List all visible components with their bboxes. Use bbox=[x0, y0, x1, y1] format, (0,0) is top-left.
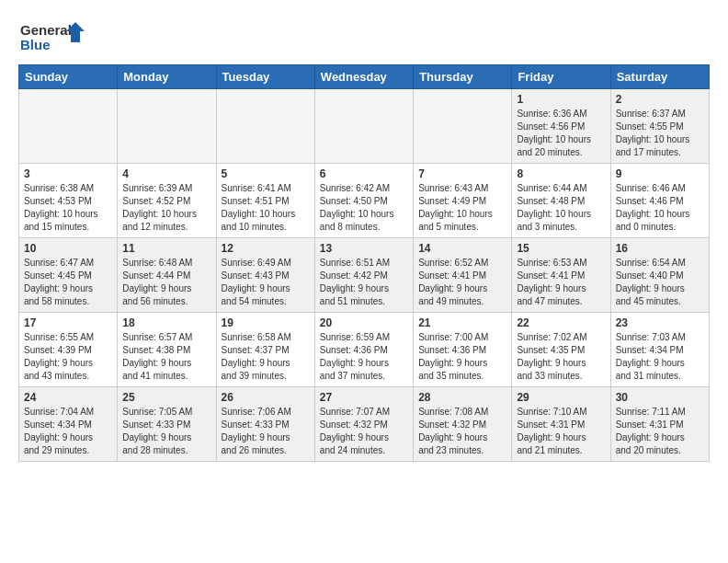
calendar-cell: 23Sunrise: 7:03 AM Sunset: 4:34 PM Dayli… bbox=[610, 313, 709, 387]
day-info: Sunrise: 6:39 AM Sunset: 4:52 PM Dayligh… bbox=[122, 182, 210, 234]
day-number: 6 bbox=[320, 167, 408, 180]
day-number: 3 bbox=[24, 167, 112, 180]
day-number: 20 bbox=[320, 316, 408, 329]
calendar-week-row: 10Sunrise: 6:47 AM Sunset: 4:45 PM Dayli… bbox=[19, 238, 710, 313]
day-number: 9 bbox=[616, 167, 704, 180]
calendar-cell: 13Sunrise: 6:51 AM Sunset: 4:42 PM Dayli… bbox=[314, 238, 413, 313]
day-info: Sunrise: 6:37 AM Sunset: 4:55 PM Dayligh… bbox=[616, 108, 704, 159]
day-number: 19 bbox=[222, 316, 310, 329]
day-number: 26 bbox=[222, 391, 310, 404]
day-number: 15 bbox=[517, 242, 605, 255]
day-number: 14 bbox=[418, 242, 506, 255]
calendar-week-row: 24Sunrise: 7:04 AM Sunset: 4:34 PM Dayli… bbox=[19, 387, 710, 462]
day-number: 23 bbox=[616, 316, 704, 329]
day-number: 10 bbox=[24, 242, 112, 255]
calendar-cell: 15Sunrise: 6:53 AM Sunset: 4:41 PM Dayli… bbox=[512, 238, 610, 313]
day-info: Sunrise: 6:51 AM Sunset: 4:42 PM Dayligh… bbox=[320, 257, 408, 308]
day-info: Sunrise: 6:57 AM Sunset: 4:38 PM Dayligh… bbox=[122, 331, 210, 383]
day-number: 16 bbox=[616, 242, 704, 255]
day-info: Sunrise: 6:36 AM Sunset: 4:56 PM Dayligh… bbox=[517, 108, 605, 159]
day-info: Sunrise: 7:02 AM Sunset: 4:35 PM Dayligh… bbox=[517, 331, 605, 383]
day-info: Sunrise: 6:53 AM Sunset: 4:41 PM Dayligh… bbox=[517, 257, 605, 308]
calendar-cell: 19Sunrise: 6:58 AM Sunset: 4:37 PM Dayli… bbox=[216, 313, 314, 387]
day-number: 30 bbox=[616, 391, 704, 404]
weekday-header: Saturday bbox=[610, 65, 709, 89]
calendar-cell: 18Sunrise: 6:57 AM Sunset: 4:38 PM Dayli… bbox=[118, 313, 216, 387]
weekday-header: Monday bbox=[118, 65, 216, 89]
calendar-cell: 24Sunrise: 7:04 AM Sunset: 4:34 PM Dayli… bbox=[19, 387, 118, 462]
day-info: Sunrise: 7:11 AM Sunset: 4:31 PM Dayligh… bbox=[616, 406, 704, 457]
day-info: Sunrise: 6:42 AM Sunset: 4:50 PM Dayligh… bbox=[320, 182, 408, 234]
calendar-page: GeneralBlue SundayMondayTuesdayWednesday… bbox=[0, 0, 728, 471]
day-number: 1 bbox=[517, 93, 605, 106]
day-number: 27 bbox=[320, 391, 408, 404]
day-number: 5 bbox=[222, 167, 310, 180]
day-info: Sunrise: 6:44 AM Sunset: 4:48 PM Dayligh… bbox=[517, 182, 605, 234]
calendar-cell: 1Sunrise: 6:36 AM Sunset: 4:56 PM Daylig… bbox=[512, 89, 610, 164]
calendar-cell bbox=[216, 89, 314, 164]
day-number: 21 bbox=[418, 316, 506, 329]
day-number: 22 bbox=[517, 316, 605, 329]
calendar-cell: 6Sunrise: 6:42 AM Sunset: 4:50 PM Daylig… bbox=[314, 164, 413, 238]
day-number: 11 bbox=[122, 242, 210, 255]
svg-text:Blue: Blue bbox=[20, 37, 51, 52]
calendar-cell: 12Sunrise: 6:49 AM Sunset: 4:43 PM Dayli… bbox=[216, 238, 314, 313]
calendar-cell: 28Sunrise: 7:08 AM Sunset: 4:32 PM Dayli… bbox=[414, 387, 512, 462]
calendar-cell: 29Sunrise: 7:10 AM Sunset: 4:31 PM Dayli… bbox=[512, 387, 610, 462]
calendar-cell bbox=[118, 89, 216, 164]
calendar-cell: 5Sunrise: 6:41 AM Sunset: 4:51 PM Daylig… bbox=[216, 164, 314, 238]
day-number: 8 bbox=[517, 167, 605, 180]
day-info: Sunrise: 6:54 AM Sunset: 4:40 PM Dayligh… bbox=[616, 257, 704, 308]
day-number: 17 bbox=[24, 316, 112, 329]
day-number: 24 bbox=[24, 391, 112, 404]
day-info: Sunrise: 7:06 AM Sunset: 4:33 PM Dayligh… bbox=[222, 406, 310, 457]
day-number: 2 bbox=[616, 93, 704, 106]
day-info: Sunrise: 7:10 AM Sunset: 4:31 PM Dayligh… bbox=[517, 406, 605, 457]
weekday-header: Thursday bbox=[414, 65, 512, 89]
calendar-cell: 11Sunrise: 6:48 AM Sunset: 4:44 PM Dayli… bbox=[118, 238, 216, 313]
day-number: 29 bbox=[517, 391, 605, 404]
day-info: Sunrise: 7:04 AM Sunset: 4:34 PM Dayligh… bbox=[24, 406, 112, 457]
day-info: Sunrise: 6:58 AM Sunset: 4:37 PM Dayligh… bbox=[222, 331, 310, 383]
calendar-cell: 14Sunrise: 6:52 AM Sunset: 4:41 PM Dayli… bbox=[414, 238, 512, 313]
day-number: 25 bbox=[122, 391, 210, 404]
calendar-cell: 7Sunrise: 6:43 AM Sunset: 4:49 PM Daylig… bbox=[414, 164, 512, 238]
logo-icon: GeneralBlue bbox=[18, 18, 92, 55]
calendar-cell: 9Sunrise: 6:46 AM Sunset: 4:46 PM Daylig… bbox=[610, 164, 709, 238]
calendar-cell: 22Sunrise: 7:02 AM Sunset: 4:35 PM Dayli… bbox=[512, 313, 610, 387]
weekday-header: Tuesday bbox=[216, 65, 314, 89]
page-header: GeneralBlue bbox=[18, 18, 710, 55]
calendar-cell bbox=[314, 89, 413, 164]
day-info: Sunrise: 6:59 AM Sunset: 4:36 PM Dayligh… bbox=[320, 331, 408, 383]
calendar-cell: 30Sunrise: 7:11 AM Sunset: 4:31 PM Dayli… bbox=[610, 387, 709, 462]
day-number: 12 bbox=[222, 242, 310, 255]
calendar-cell: 21Sunrise: 7:00 AM Sunset: 4:36 PM Dayli… bbox=[414, 313, 512, 387]
calendar-week-row: 17Sunrise: 6:55 AM Sunset: 4:39 PM Dayli… bbox=[19, 313, 710, 387]
weekday-header: Wednesday bbox=[314, 65, 413, 89]
calendar-week-row: 1Sunrise: 6:36 AM Sunset: 4:56 PM Daylig… bbox=[19, 89, 710, 164]
calendar-cell: 27Sunrise: 7:07 AM Sunset: 4:32 PM Dayli… bbox=[314, 387, 413, 462]
calendar-cell: 4Sunrise: 6:39 AM Sunset: 4:52 PM Daylig… bbox=[118, 164, 216, 238]
day-info: Sunrise: 6:49 AM Sunset: 4:43 PM Dayligh… bbox=[222, 257, 310, 308]
day-info: Sunrise: 6:47 AM Sunset: 4:45 PM Dayligh… bbox=[24, 257, 112, 308]
day-info: Sunrise: 7:07 AM Sunset: 4:32 PM Dayligh… bbox=[320, 406, 408, 457]
calendar-cell bbox=[19, 89, 118, 164]
weekday-header: Sunday bbox=[19, 65, 118, 89]
day-info: Sunrise: 7:03 AM Sunset: 4:34 PM Dayligh… bbox=[616, 331, 704, 383]
day-info: Sunrise: 6:38 AM Sunset: 4:53 PM Dayligh… bbox=[24, 182, 112, 234]
day-info: Sunrise: 7:08 AM Sunset: 4:32 PM Dayligh… bbox=[418, 406, 506, 457]
day-info: Sunrise: 7:00 AM Sunset: 4:36 PM Dayligh… bbox=[418, 331, 506, 383]
weekday-header: Friday bbox=[512, 65, 610, 89]
calendar-cell: 3Sunrise: 6:38 AM Sunset: 4:53 PM Daylig… bbox=[19, 164, 118, 238]
calendar-cell: 17Sunrise: 6:55 AM Sunset: 4:39 PM Dayli… bbox=[19, 313, 118, 387]
logo: GeneralBlue bbox=[18, 18, 92, 55]
calendar-cell bbox=[414, 89, 512, 164]
calendar-cell: 26Sunrise: 7:06 AM Sunset: 4:33 PM Dayli… bbox=[216, 387, 314, 462]
day-info: Sunrise: 7:05 AM Sunset: 4:33 PM Dayligh… bbox=[122, 406, 210, 457]
svg-text:General: General bbox=[20, 22, 72, 38]
day-info: Sunrise: 6:55 AM Sunset: 4:39 PM Dayligh… bbox=[24, 331, 112, 383]
calendar-cell: 25Sunrise: 7:05 AM Sunset: 4:33 PM Dayli… bbox=[118, 387, 216, 462]
calendar-cell: 8Sunrise: 6:44 AM Sunset: 4:48 PM Daylig… bbox=[512, 164, 610, 238]
day-number: 13 bbox=[320, 242, 408, 255]
calendar-cell: 10Sunrise: 6:47 AM Sunset: 4:45 PM Dayli… bbox=[19, 238, 118, 313]
